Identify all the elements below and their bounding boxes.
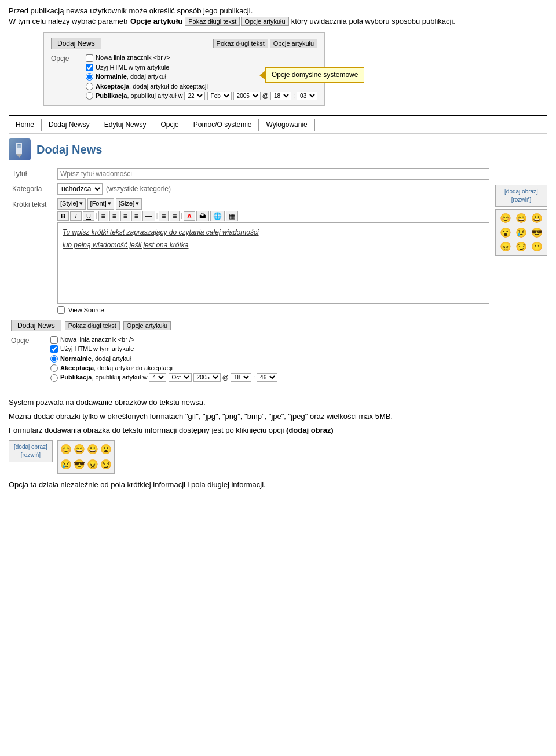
smileys-grid-sidebar: 😊 😄 😀 😮 😢 😎 😠 😏 😶 [495,209,547,256]
bot-smiley-5[interactable]: 😎 [74,458,85,471]
smiley-6[interactable]: 😠 [498,240,513,253]
cb-b2-row: Użyj HTML w tym artykule [50,345,277,353]
cb-b-html[interactable] [50,345,58,353]
opcje-rows-bottom: Nowa linia znacznik <br /> Użyj HTML w t… [50,335,277,383]
fmt-underline-btn[interactable]: U [83,211,94,221]
fmt-bold-btn[interactable]: B [57,211,69,221]
smiley-5[interactable]: 😎 [530,227,544,239]
pub2-year-select[interactable]: 2005 [193,373,221,382]
svg-marker-1 [16,154,22,158]
smiley-3[interactable]: 😮 [498,227,513,239]
fmt-table-btn[interactable]: ▦ [226,211,238,221]
radio-publikacja[interactable] [86,92,93,100]
kategoria-select[interactable]: uchodzca [57,183,103,195]
dodaj-news-bottom-btn[interactable]: Dodaj News [11,320,61,331]
bottom-add-image-box[interactable]: [dodaj obraz] [rozwiń] [9,440,53,462]
nav-item-1[interactable]: Dodaj Newsy [42,119,97,131]
bottom-opcje-section: Opcje Nowa linia znacznik <br /> Użyj HT… [11,335,489,383]
fmt-link-btn[interactable]: 🌐 [210,211,225,221]
pub2-month-select[interactable]: Oct [169,373,192,382]
tytul-input-cell [55,166,492,181]
radio-b-akceptacja[interactable] [50,364,58,372]
fmt-align-j-btn[interactable]: ≡ [131,211,141,221]
fmt-color-btn[interactable]: A [184,211,195,221]
font-select[interactable]: [Font]▾ [87,198,114,209]
fmt-img-btn[interactable]: 🏔 [196,211,209,221]
toolbar-buttons-inline: Pokaz długi tekst Opcje artykułu [185,17,288,26]
bot-smiley-2[interactable]: 😀 [87,443,98,456]
cb-newline[interactable] [86,54,93,62]
smiley-8[interactable]: 😶 [530,240,544,253]
tytul-row: Tytuł [9,166,492,181]
pub-hour-select[interactable]: 18 [270,92,291,100]
pub-min-select[interactable]: 03 [297,92,317,100]
smiley-4[interactable]: 😢 [514,227,528,239]
pub-day-select[interactable]: 22 [184,92,205,100]
smiley-7[interactable]: 😏 [514,240,528,253]
bot-smiley-4[interactable]: 😢 [60,458,72,471]
bot-smiley-0[interactable]: 😊 [60,443,72,456]
smiley-0[interactable]: 😊 [498,212,513,225]
form-bottom-buttons: Dodaj News Pokaz długi tekst Opcje artyk… [11,320,489,331]
cb-html-label: Użyj HTML w tym artykule [96,63,169,72]
radio2-row: Akceptacja, dodaj artykuł do akceptacji [86,82,317,91]
bottom-p3: Formularz dodawania obrazka do tekstu in… [9,425,547,436]
smiley-2[interactable]: 😀 [530,212,544,225]
pokaz-dlugi-bottom-btn[interactable]: Pokaz długi tekst [65,321,120,330]
radio-b-akceptacja-label: Akceptacja, dodaj artykuł do akceptacji [60,364,173,372]
pub2-day-select[interactable]: 4 [149,373,166,382]
pub-month-select[interactable]: Feb [207,92,232,100]
page-title-area: Dodaj News [9,138,492,160]
smiley-1[interactable]: 😄 [514,212,528,225]
cb-b-newline-label: Nowa linia znacznik <br /> [60,335,134,344]
pub-year-select[interactable]: 2005 [233,92,261,100]
bot-smiley-3[interactable]: 😮 [100,443,112,456]
svg-rect-2 [17,144,21,145]
pub2-min-select[interactable]: 46 [257,373,277,382]
pub2-hour-select[interactable]: 18 [231,373,251,382]
krotki-editor-cell: [Style]▾ [Font]▾ [Size]▾ B I U [55,196,492,316]
bot-smiley-7[interactable]: 😏 [100,458,112,471]
radio-akceptacja[interactable] [86,83,93,90]
add-image-btn-sidebar[interactable]: [dodaj obraz] [rozwiń] [495,185,547,207]
bot-smiley-1[interactable]: 😄 [74,443,85,456]
intro-p2-end: który uwidacznia pola wyboru sposobu pub… [291,16,455,27]
cb-b-newline[interactable] [50,336,58,344]
opcje-artykulu-btn-top[interactable]: Opcje artykułu [241,17,288,26]
radio-normalnie[interactable] [86,73,93,81]
page-title: Dodaj News [36,141,102,158]
style-select[interactable]: [Style]▾ [57,198,86,209]
fmt-align-r-btn[interactable]: ≡ [120,211,130,221]
fmt-italic-btn[interactable]: I [70,211,82,221]
cb-html[interactable] [86,64,93,71]
pokaz-dlugi-btn-form1[interactable]: Pokaz długi tekst [213,39,268,48]
tytul-input[interactable] [57,168,489,180]
fmt-ul-btn[interactable]: ≡ [170,211,180,221]
radio-b-normalnie[interactable] [50,355,58,363]
editor-area[interactable]: Tu wpisz krótki tekst zapraszający do cz… [57,222,489,304]
nav-item-4[interactable]: Pomoc/O systemie [186,119,259,131]
kategoria-all-label: (wszystkie kategorie) [106,184,171,194]
opcje-label-first: Opcje [51,53,80,64]
fmt-align-l-btn[interactable]: ≡ [98,211,108,221]
page-icon [9,138,31,160]
fmt-align-c-btn[interactable]: ≡ [109,211,119,221]
fmt-ol-btn[interactable]: ≡ [159,211,169,221]
cb-b-html-label: Użyj HTML w tym artykule [60,345,134,353]
main-form-area: Dodaj News Tytuł Kategoria uchodzca (wsz… [9,138,492,383]
opcje-artykulu-bottom-btn[interactable]: Opcje artykułu [123,321,171,330]
fmt-hr-btn[interactable]: — [142,211,155,221]
pokaz-dlugi-btn-top[interactable]: Pokaz długi tekst [185,17,240,26]
nav-item-0[interactable]: Home [9,119,42,131]
bot-smiley-6[interactable]: 😠 [87,458,98,471]
first-form-header: Dodaj News Pokaz długi tekst Opcje artyk… [51,38,317,49]
size-select[interactable]: [Size]▾ [116,198,142,209]
view-source-cb[interactable] [57,306,65,314]
nav-item-5[interactable]: Wylogowanie [259,119,314,131]
radio-b-publikacja[interactable] [50,374,58,382]
opcje-artykulu-btn-form1[interactable]: Opcje artykułu [270,39,317,48]
dodaj-news-btn-top[interactable]: Dodaj News [51,38,101,49]
nav-item-2[interactable]: Edytuj Newsy [97,119,154,131]
editor-toolbar-row1: [Style]▾ [Font]▾ [Size]▾ [57,198,489,209]
nav-item-3[interactable]: Opcje [153,119,186,131]
